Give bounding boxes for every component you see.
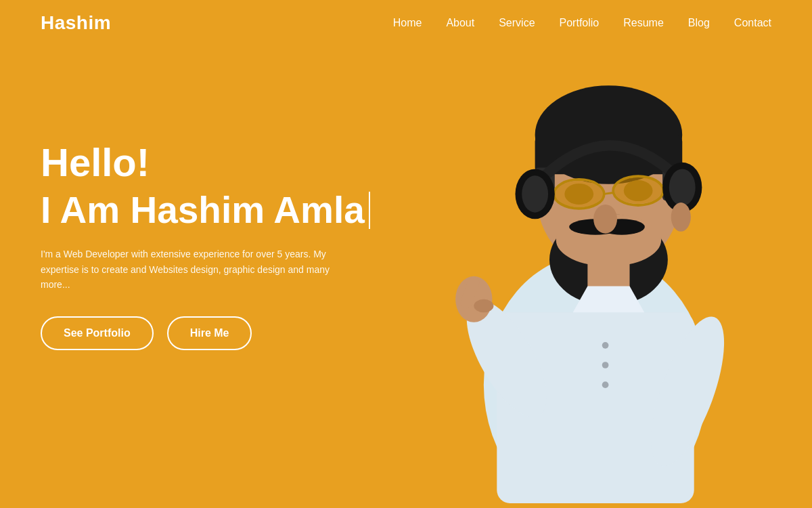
hero-section: Hello! I Am Hashim Amla I'm a Web Develo… bbox=[0, 46, 812, 503]
svg-point-24 bbox=[602, 362, 609, 368]
nav-resume[interactable]: Resume bbox=[623, 17, 664, 29]
svg-point-10 bbox=[593, 205, 617, 234]
hero-content: Hello! I Am Hashim Amla I'm a Web Develo… bbox=[41, 87, 370, 350]
svg-point-23 bbox=[602, 342, 609, 349]
nav-blog[interactable]: Blog bbox=[688, 17, 710, 29]
hero-buttons: See Portfolio Hire Me bbox=[41, 316, 370, 350]
svg-line-17 bbox=[604, 192, 614, 194]
hero-name-text: I Am Hashim Amla bbox=[41, 190, 365, 231]
header: Hashim Home About Service Portfolio Resu… bbox=[0, 0, 812, 46]
svg-point-29 bbox=[474, 299, 493, 312]
svg-point-25 bbox=[602, 381, 609, 388]
svg-point-15 bbox=[556, 181, 603, 207]
nav-home[interactable]: Home bbox=[393, 17, 422, 29]
nav-contact[interactable]: Contact bbox=[734, 17, 771, 29]
hero-description: I'm a Web Developer with extensive exper… bbox=[41, 247, 352, 292]
hero-greeting: Hello! bbox=[41, 141, 370, 184]
see-portfolio-button[interactable]: See Portfolio bbox=[41, 316, 154, 350]
hire-me-button[interactable]: Hire Me bbox=[167, 316, 252, 350]
nav-about[interactable]: About bbox=[446, 17, 474, 29]
svg-point-16 bbox=[614, 177, 662, 204]
svg-point-35 bbox=[671, 203, 691, 232]
site-logo: Hashim bbox=[41, 12, 111, 34]
typing-cursor bbox=[369, 192, 370, 229]
person-svg bbox=[399, 43, 792, 503]
main-nav: Home About Service Portfolio Resume Blog… bbox=[393, 17, 771, 29]
svg-point-34 bbox=[669, 169, 696, 206]
hero-person-image bbox=[392, 36, 812, 503]
nav-service[interactable]: Service bbox=[499, 17, 535, 29]
hero-name: I Am Hashim Amla bbox=[41, 190, 370, 231]
nav-portfolio[interactable]: Portfolio bbox=[560, 17, 600, 29]
svg-point-32 bbox=[522, 175, 548, 212]
